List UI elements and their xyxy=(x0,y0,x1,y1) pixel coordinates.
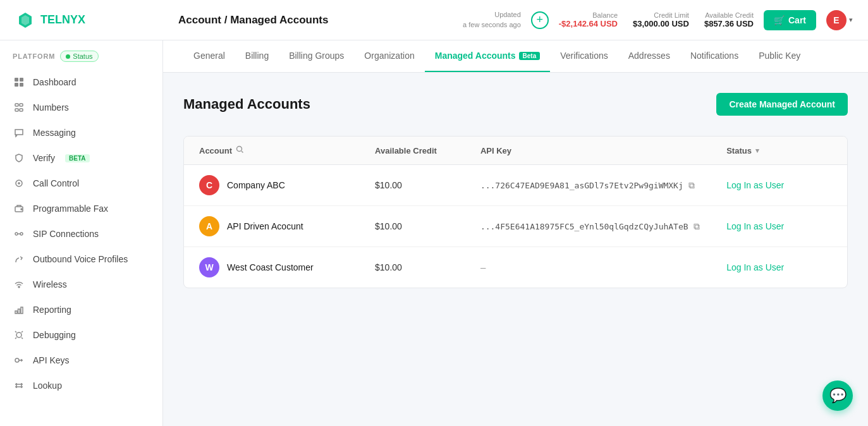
cart-button[interactable]: 🛒 Cart xyxy=(764,10,816,30)
messaging-icon xyxy=(13,126,25,139)
sidebar-item-sip[interactable]: SIP Connections xyxy=(0,221,162,246)
account-cell: A API Driven Acocunt xyxy=(199,216,375,236)
sidebar-item-programmable-fax[interactable]: Programmable Fax xyxy=(0,196,162,221)
avatar: W xyxy=(199,257,219,277)
sidebar-item-debugging[interactable]: Debugging xyxy=(0,322,162,348)
sip-icon xyxy=(13,228,25,240)
tab-organization[interactable]: Organization xyxy=(354,40,424,72)
credit-limit-item: Credit Limit $3,000.00 USD xyxy=(633,11,689,28)
avatar: A xyxy=(199,216,219,236)
col-api-key: API Key xyxy=(480,145,726,155)
sidebar: PLATFORM Status Dashboard Numbers Messag… xyxy=(0,40,163,426)
account-name: West Coast Customer xyxy=(227,262,314,272)
copy-icon[interactable]: ⧉ xyxy=(688,180,695,191)
account-search-icon[interactable] xyxy=(236,145,244,155)
logo-text: TELNYX xyxy=(40,13,85,27)
sidebar-item-call-control[interactable]: Call Control xyxy=(0,171,162,196)
svg-point-12 xyxy=(21,209,22,210)
sidebar-item-label: API Keys xyxy=(33,355,70,365)
col-status[interactable]: Status ▾ xyxy=(726,145,832,155)
page-title: Managed Accounts xyxy=(183,96,310,113)
avatar-area[interactable]: E ▾ xyxy=(826,10,853,30)
sidebar-item-outbound-voice[interactable]: Outbound Voice Profiles xyxy=(0,246,162,272)
telnyx-logo-icon xyxy=(15,10,35,30)
svg-rect-6 xyxy=(15,104,18,106)
tabs-bar: General Billing Billing Groups Organizat… xyxy=(163,40,868,73)
svg-rect-17 xyxy=(18,309,20,313)
sort-icon[interactable]: ▾ xyxy=(755,147,759,155)
table-row: W West Coast Customer $10.00 – Log In as… xyxy=(184,247,847,288)
login-as-user-link[interactable]: Log In as User xyxy=(726,262,784,272)
managed-accounts-tab-label: Managed Accounts Beta xyxy=(435,51,541,61)
tab-verifications[interactable]: Verifications xyxy=(550,40,618,72)
col-available-credit: Available Credit xyxy=(375,145,480,155)
fax-icon xyxy=(13,202,25,215)
api-key-value: – xyxy=(480,262,486,272)
login-cell: Log In as User xyxy=(726,221,832,232)
chat-bubble[interactable]: 💬 xyxy=(822,380,853,411)
status-text: Status xyxy=(73,52,92,60)
chevron-down-icon: ▾ xyxy=(849,16,853,24)
svg-point-15 xyxy=(18,286,20,288)
table-row: A API Driven Acocunt $10.00 ...4F5E641A1… xyxy=(184,206,847,247)
sidebar-item-messaging[interactable]: Messaging xyxy=(0,120,162,145)
status-dot xyxy=(66,54,70,59)
svg-rect-4 xyxy=(15,83,18,87)
balance-label: Balance xyxy=(559,11,618,19)
numbers-icon xyxy=(13,101,25,114)
avatar[interactable]: E xyxy=(826,10,847,30)
login-as-user-link[interactable]: Log In as User xyxy=(726,221,784,231)
sidebar-item-lookup[interactable]: Lookup xyxy=(0,373,162,398)
add-button[interactable]: + xyxy=(531,11,549,29)
sidebar-item-wireless[interactable]: Wireless xyxy=(0,272,162,297)
sidebar-item-label: Wireless xyxy=(33,279,67,289)
sidebar-item-verify[interactable]: Verify BETA xyxy=(0,145,162,171)
create-managed-account-button[interactable]: Create Managed Account xyxy=(716,93,848,116)
credit-limit-label: Credit Limit xyxy=(633,11,689,19)
copy-icon[interactable]: ⧉ xyxy=(694,221,700,232)
sidebar-item-api-keys[interactable]: API Keys xyxy=(0,348,162,373)
tab-billing[interactable]: Billing xyxy=(235,40,279,72)
hash-icon xyxy=(13,379,25,392)
tab-notifications[interactable]: Notifications xyxy=(680,40,749,72)
available-credit-label: Available Credit xyxy=(704,11,754,19)
beta-tab-badge: Beta xyxy=(519,52,541,60)
tab-general[interactable]: General xyxy=(183,40,235,72)
tab-billing-groups[interactable]: Billing Groups xyxy=(279,40,354,72)
col-account: Account xyxy=(199,145,375,155)
tab-managed-accounts[interactable]: Managed Accounts Beta xyxy=(425,40,551,72)
api-key-cell: ...726C47EAD9E9A81_asGDl7s7Etv2Pw9giWMXK… xyxy=(480,180,726,191)
logo: TELNYX xyxy=(15,10,85,30)
header-middle: Account / Managed Accounts xyxy=(178,14,463,27)
tab-public-key[interactable]: Public Key xyxy=(749,40,810,72)
api-key-value: ...726C47EAD9E9A81_asGDl7s7Etv2Pw9giWMXK… xyxy=(480,181,683,190)
sidebar-item-label: SIP Connections xyxy=(33,229,99,239)
sidebar-item-label: Call Control xyxy=(33,178,79,188)
header-right: Updated a few seconds ago + Balance -$2,… xyxy=(463,10,853,30)
login-cell: Log In as User xyxy=(726,262,832,273)
sidebar-item-label: Verify xyxy=(33,153,55,163)
account-name: Company ABC xyxy=(227,180,285,190)
table-row: C Company ABC $10.00 ...726C47EAD9E9A81_… xyxy=(184,165,847,206)
sidebar-item-numbers[interactable]: Numbers xyxy=(0,95,162,120)
sidebar-item-dashboard[interactable]: Dashboard xyxy=(0,70,162,95)
sidebar-item-label: Programmable Fax xyxy=(33,204,108,214)
available-credit-value: $10.00 xyxy=(375,262,480,272)
sidebar-item-label: Dashboard xyxy=(33,77,76,87)
api-key-value: ...4F5E641A18975FC5_eYnl50qlGqdzCQyJuhAT… xyxy=(480,222,688,231)
logo-area: TELNYX xyxy=(15,10,178,30)
sidebar-item-label: Debugging xyxy=(33,330,76,340)
sidebar-item-reporting[interactable]: Reporting xyxy=(0,297,162,322)
chat-icon: 💬 xyxy=(829,387,847,404)
content-area: General Billing Billing Groups Organizat… xyxy=(163,40,868,426)
grid-icon xyxy=(13,76,25,88)
account-cell: C Company ABC xyxy=(199,175,375,195)
tab-addresses[interactable]: Addresses xyxy=(618,40,680,72)
sidebar-item-label: Numbers xyxy=(33,102,69,113)
available-credit-value: $857.36 USD xyxy=(704,19,754,28)
col-status-label: Status xyxy=(726,146,752,155)
outbound-icon xyxy=(13,253,25,265)
api-key-cell: ...4F5E641A18975FC5_eYnl50qlGqdzCQyJuhAT… xyxy=(480,221,726,232)
svg-point-19 xyxy=(16,332,21,338)
login-as-user-link[interactable]: Log In as User xyxy=(726,180,784,190)
